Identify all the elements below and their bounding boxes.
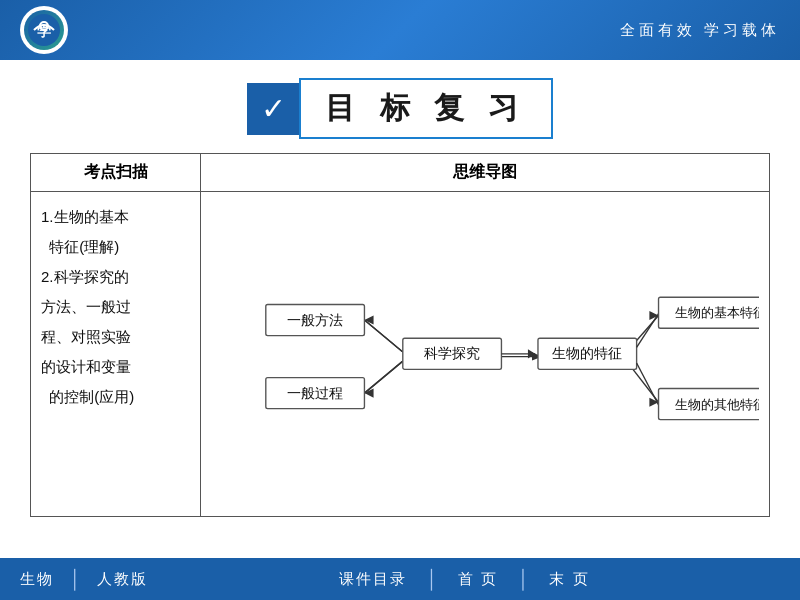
footer: 生物 │ 人教版 课件目录 │ 首 页 │ 末 页 (0, 558, 800, 600)
svg-text:一般方法: 一般方法 (287, 313, 343, 328)
col2-header: 思维导图 (201, 154, 770, 192)
footer-end[interactable]: 末 页 (549, 570, 589, 589)
logo-inner: 学 (24, 10, 64, 50)
svg-text:科学探究: 科学探究 (424, 346, 480, 361)
svg-text:生物的基本特征: 生物的基本特征 (675, 305, 759, 320)
content-table: 考点扫描 思维导图 1.生物的基本 特征(理解) 2.科学探究的 方法、一般过 … (30, 153, 770, 517)
footer-divider-1: │ (70, 569, 81, 590)
mindmap-cell: 一般方法 一般过程 科学探究 生物的特 (201, 192, 770, 517)
svg-line-24 (637, 314, 659, 348)
footer-left: 生物 │ 人教版 (20, 569, 148, 590)
footer-divider-3: │ (518, 569, 529, 590)
header: 学 全面有效 学习载体 (0, 0, 800, 60)
header-tagline: 全面有效 学习载体 (620, 21, 780, 40)
keypoints-cell: 1.生物的基本 特征(理解) 2.科学探究的 方法、一般过 程、对照实验 的设计… (31, 192, 201, 517)
col1-header: 考点扫描 (31, 154, 201, 192)
svg-text:生物的特征: 生物的特征 (552, 346, 622, 361)
mindmap-svg: 一般方法 一般过程 科学探究 生物的特 (211, 202, 759, 502)
title-area: ✓ 目 标 复 习 (0, 60, 800, 153)
title-text-box: 目 标 复 习 (299, 78, 552, 139)
footer-center: 课件目录 │ 首 页 │ 末 页 (339, 569, 590, 590)
svg-line-25 (637, 363, 659, 405)
logo: 学 (20, 6, 68, 54)
main-content: 考点扫描 思维导图 1.生物的基本 特征(理解) 2.科学探究的 方法、一般过 … (0, 153, 800, 517)
footer-version[interactable]: 人教版 (97, 570, 148, 589)
footer-catalog[interactable]: 课件目录 (339, 570, 407, 589)
checkmark-icon: ✓ (261, 94, 286, 124)
footer-subject[interactable]: 生物 (20, 570, 54, 589)
checkmark-box: ✓ (247, 83, 299, 135)
svg-text:生物的其他特征: 生物的其他特征 (675, 397, 759, 412)
svg-text:一般过程: 一般过程 (287, 386, 343, 401)
svg-line-7 (364, 361, 402, 393)
mindmap-container: 一般方法 一般过程 科学探究 生物的特 (211, 202, 759, 506)
logo-area: 学 (20, 6, 68, 54)
footer-divider-2: │ (427, 569, 438, 590)
svg-line-5 (364, 320, 402, 352)
footer-home[interactable]: 首 页 (458, 570, 498, 589)
page-title: 目 标 复 习 (325, 88, 526, 129)
